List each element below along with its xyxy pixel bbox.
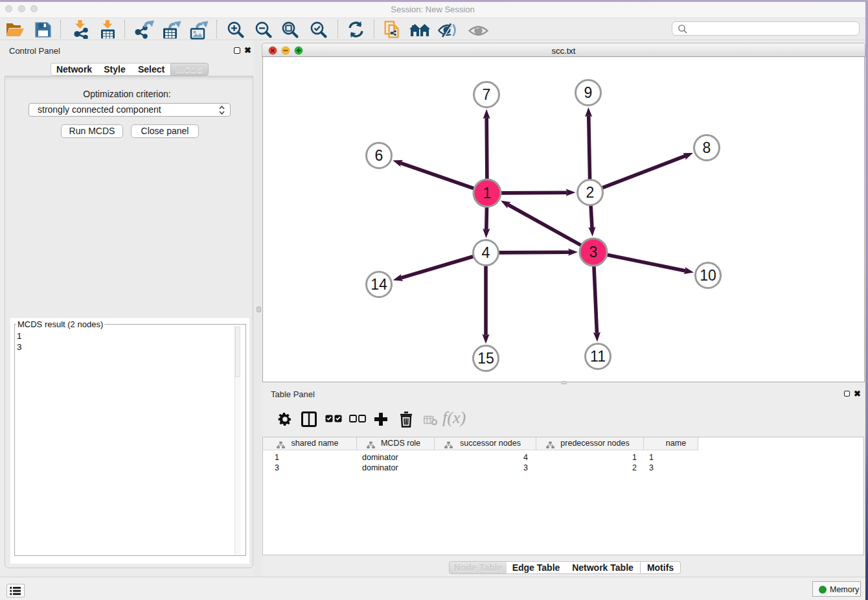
svg-text:8: 8 (703, 139, 711, 156)
svg-text:7: 7 (483, 86, 491, 103)
svg-text:15: 15 (477, 350, 494, 367)
svg-text:6: 6 (375, 147, 383, 164)
svg-text:11: 11 (590, 348, 606, 365)
svg-text:9: 9 (584, 84, 593, 101)
svg-text:14: 14 (371, 276, 387, 293)
svg-text:10: 10 (700, 267, 716, 284)
svg-text:2: 2 (586, 184, 595, 201)
svg-text:1: 1 (483, 185, 492, 202)
svg-text:4: 4 (482, 244, 490, 261)
svg-text:3: 3 (589, 244, 598, 260)
